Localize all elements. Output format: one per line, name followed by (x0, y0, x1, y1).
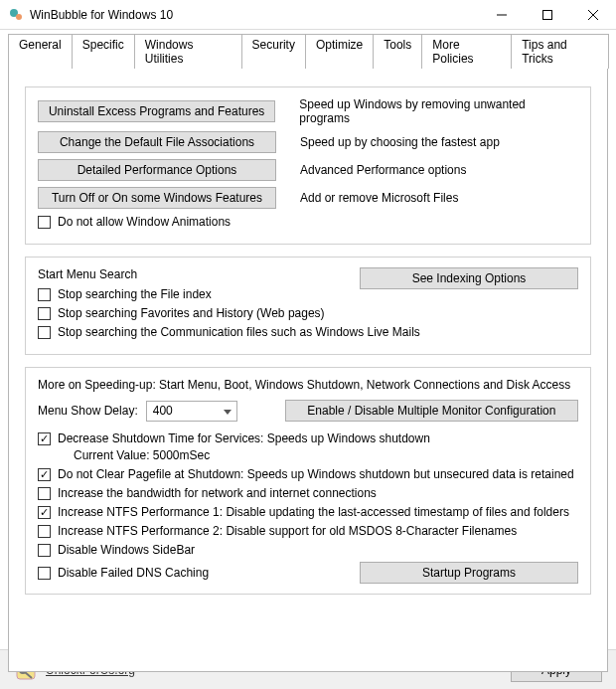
tab-security[interactable]: Security (241, 34, 306, 69)
menu-delay-value: 400 (153, 404, 173, 418)
stop-file-index-checkbox[interactable] (38, 288, 51, 301)
tab-general[interactable]: General (8, 34, 73, 69)
perf-options-desc: Advanced Performance options (300, 163, 466, 177)
stop-favorites-label: Stop searching Favorites and History (We… (58, 306, 325, 320)
svg-point-1 (16, 14, 22, 20)
uninstall-programs-button[interactable]: Uninstall Excess Programs and Features (38, 100, 275, 122)
perf-options-button[interactable]: Detailed Performance Options (38, 159, 276, 181)
start-menu-title: Start Menu Search (38, 267, 348, 281)
windows-features-button[interactable]: Turn Off or On some Windows Features (38, 187, 276, 209)
stop-favorites-checkbox[interactable] (38, 307, 51, 320)
ntfs2-checkbox[interactable] (38, 525, 51, 538)
svg-rect-3 (543, 10, 552, 19)
titlebar: WinBubble for Windows 10 (0, 0, 616, 30)
file-assoc-desc: Speed up by choosing the fastest app (300, 135, 500, 149)
stop-comm-label: Stop searching the Communication files s… (58, 325, 420, 339)
animations-checkbox-row: Do not allow Window Animations (38, 215, 578, 229)
group-speeding: More on Speeding-up: Start Menu, Boot, W… (25, 367, 591, 595)
startup-programs-button[interactable]: Startup Programs (360, 562, 578, 584)
decrease-shutdown-checkbox[interactable] (38, 432, 51, 445)
tab-tips-tricks[interactable]: Tips and Tricks (511, 34, 609, 69)
uninstall-programs-desc: Speed up Windows by removing unwanted pr… (299, 97, 578, 125)
dns-label: Disable Failed DNS Caching (58, 566, 209, 580)
app-icon (8, 7, 24, 23)
decrease-shutdown-label: Decrease Shutdown Time for Services: Spe… (58, 431, 430, 445)
tab-tools[interactable]: Tools (373, 34, 422, 69)
ntfs1-label: Increase NTFS Performance 1: Disable upd… (58, 505, 569, 519)
window-title: WinBubble for Windows 10 (30, 8, 479, 22)
bandwidth-label: Increase the bandwidth for network and i… (58, 486, 377, 500)
maximize-button[interactable] (525, 0, 570, 30)
dns-checkbox[interactable] (38, 567, 51, 580)
decrease-shutdown-sub: Current Value: 5000mSec (74, 448, 578, 462)
group-top: Uninstall Excess Programs and Features S… (25, 86, 591, 245)
sidebar-checkbox[interactable] (38, 544, 51, 557)
minimize-button[interactable] (479, 0, 525, 30)
speeding-title: More on Speeding-up: Start Menu, Boot, W… (38, 378, 578, 392)
menu-delay-combo[interactable]: 400 (146, 401, 237, 422)
tab-optimize[interactable]: Optimize (305, 34, 374, 69)
stop-comm-checkbox[interactable] (38, 326, 51, 339)
sidebar-label: Disable Windows SideBar (58, 543, 195, 557)
bandwidth-checkbox[interactable] (38, 487, 51, 500)
menu-delay-label: Menu Show Delay: (38, 404, 138, 418)
pagefile-label: Do not Clear Pagefile at Shutdown: Speed… (58, 467, 574, 481)
monitor-config-button[interactable]: Enable / Disable Multiple Monitor Config… (285, 400, 578, 422)
tabs: General Specific Windows Utilities Secur… (8, 34, 608, 69)
ntfs1-checkbox[interactable] (38, 506, 51, 519)
animations-checkbox[interactable] (38, 216, 51, 229)
group-start-menu-search: Start Menu Search Stop searching the Fil… (25, 257, 591, 355)
tab-specific[interactable]: Specific (72, 34, 135, 69)
tab-windows-utilities[interactable]: Windows Utilities (134, 34, 242, 69)
see-indexing-button[interactable]: See Indexing Options (360, 267, 578, 289)
tab-more-policies[interactable]: More Policies (421, 34, 512, 69)
animations-label: Do not allow Window Animations (58, 215, 231, 229)
close-button[interactable] (570, 0, 616, 30)
tab-panel-optimize: Uninstall Excess Programs and Features S… (8, 68, 608, 672)
stop-file-index-label: Stop searching the File index (58, 287, 212, 301)
ntfs2-label: Increase NTFS Performance 2: Disable sup… (58, 524, 517, 538)
windows-features-desc: Add or remove Microsoft Files (300, 191, 458, 205)
file-assoc-button[interactable]: Change the Default File Associations (38, 131, 276, 153)
pagefile-checkbox[interactable] (38, 468, 51, 481)
